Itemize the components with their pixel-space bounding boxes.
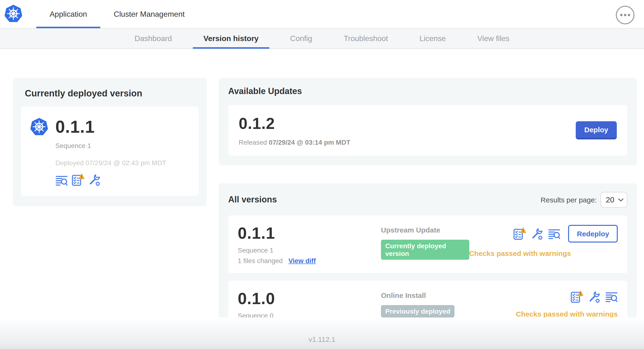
preflight-checks-status[interactable]: Checks passed with warnings: [469, 249, 571, 257]
tab-application[interactable]: Application: [36, 0, 100, 28]
available-updates-section: Available Updates 0.1.2 Released 07/29/2…: [219, 78, 637, 165]
deploy-button[interactable]: Deploy: [576, 121, 617, 140]
version-source-label: Online Install: [381, 291, 516, 299]
results-per-page-select[interactable]: 20: [600, 192, 627, 208]
tab-view-files[interactable]: View files: [467, 29, 520, 48]
view-diff-link[interactable]: View diff: [288, 257, 316, 264]
currently-deployed-card: Currently deployed version 0.1.1 Sequenc…: [13, 78, 207, 206]
version-source-label: Upstream Update: [381, 226, 469, 234]
deployed-version-actions: [56, 173, 189, 186]
deployed-timestamp: Deployed 07/29/24 @ 02:43 pm MDT: [56, 159, 189, 166]
available-updates-title: Available Updates: [228, 86, 627, 96]
tab-cluster-management[interactable]: Cluster Management: [100, 0, 198, 28]
row-version-number: 0.1.1: [238, 224, 381, 242]
version-row-0-1-1: 0.1.1 Sequence 1 1 files changed View di…: [228, 215, 627, 273]
preflight-checklist-warning-icon[interactable]: [570, 290, 583, 303]
preflight-checklist-warning-icon[interactable]: [514, 227, 526, 240]
status-badge-currently-deployed: Currently deployed version: [381, 240, 469, 260]
row-sequence: Sequence 1: [238, 246, 381, 254]
available-update-card: 0.1.2 Released 07/29/24 @ 03:14 pm MDT D…: [228, 105, 627, 156]
tab-troubleshoot[interactable]: Troubleshoot: [333, 29, 398, 48]
diff-logs-icon[interactable]: [548, 228, 561, 240]
diff-logs-icon[interactable]: [605, 291, 618, 302]
admin-console: Application Cluster Management Dashboard…: [0, 0, 644, 349]
currently-deployed-version-card: 0.1.1 Sequence 1 Deployed 07/29/24 @ 02:…: [21, 106, 198, 196]
deployed-sequence: Sequence 1: [56, 142, 189, 150]
more-menu-button[interactable]: [616, 6, 634, 24]
ellipsis-icon: [628, 14, 630, 16]
all-versions-section: All versions Results per page: 20: [219, 183, 637, 340]
preflight-checklist-warning-icon[interactable]: [72, 173, 84, 186]
top-header: Application Cluster Management: [0, 0, 644, 28]
diff-logs-icon[interactable]: [56, 175, 68, 186]
app-tabs: Application Cluster Management: [36, 0, 198, 28]
config-wrench-gear-icon[interactable]: [531, 228, 544, 240]
tab-version-history[interactable]: Version history: [193, 29, 269, 48]
ellipsis-icon: [620, 14, 622, 16]
row-version-number: 0.1.0: [238, 289, 381, 308]
app-subnav: Dashboard Version history Config Trouble…: [0, 28, 644, 49]
released-label: Released: [239, 138, 267, 146]
update-released-timestamp: Released 07/29/24 @ 03:14 pm MDT: [239, 138, 350, 146]
redeploy-button[interactable]: Redeploy: [568, 225, 618, 242]
update-version-number: 0.1.2: [239, 114, 350, 133]
files-changed-label: 1 files changed: [238, 257, 282, 264]
status-badge-previously-deployed: Previously deployed: [381, 305, 454, 318]
currently-deployed-title: Currently deployed version: [21, 86, 198, 99]
tab-license[interactable]: License: [409, 29, 456, 48]
results-per-page-label: Results per page:: [541, 196, 597, 204]
ellipsis-icon: [624, 14, 626, 16]
page-footer: v1.112.1: [0, 318, 644, 349]
released-date: 07/29/24 @ 03:14 pm MDT: [269, 138, 350, 146]
deployed-version-number: 0.1.1: [56, 117, 95, 137]
config-wrench-gear-icon[interactable]: [88, 174, 101, 186]
tab-dashboard[interactable]: Dashboard: [124, 29, 182, 48]
all-versions-title: All versions: [228, 195, 277, 205]
preflight-checks-status[interactable]: Checks passed with warnings: [516, 310, 618, 318]
console-version: v1.112.1: [309, 335, 336, 343]
app-kubernetes-icon: [30, 118, 49, 136]
tab-config[interactable]: Config: [280, 29, 323, 48]
kubernetes-logo-icon: [4, 4, 23, 24]
config-wrench-gear-icon[interactable]: [588, 290, 600, 303]
